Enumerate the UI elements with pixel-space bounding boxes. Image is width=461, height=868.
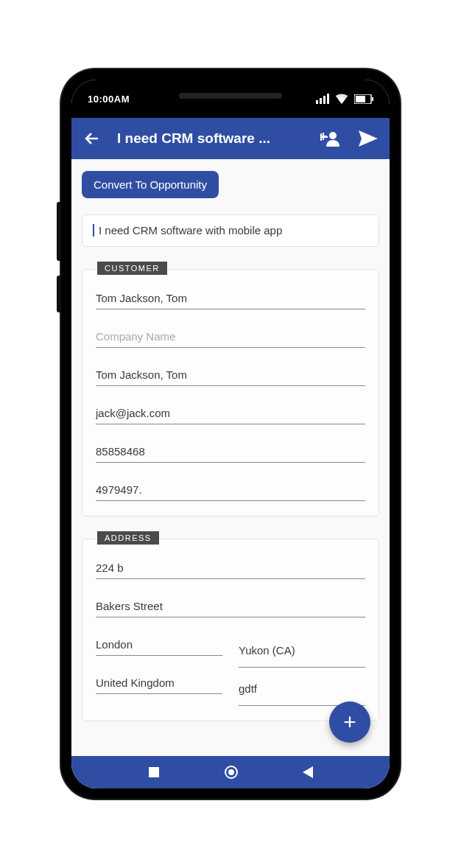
email-field[interactable] [96, 402, 365, 424]
send-button[interactable] [356, 127, 381, 150]
phone-field-2[interactable] [96, 479, 365, 501]
svg-rect-1 [320, 98, 322, 104]
svg-rect-6 [372, 97, 373, 101]
back-button[interactable] [80, 127, 104, 150]
add-fab[interactable]: + [329, 701, 370, 743]
address-section-label: ADDRESS [97, 531, 159, 545]
company-name-field[interactable] [96, 326, 365, 348]
lead-title-input[interactable] [93, 224, 368, 237]
svg-rect-5 [356, 96, 365, 102]
city-field[interactable] [96, 634, 222, 656]
volume-button-2 [57, 276, 61, 312]
status-icons [316, 94, 373, 104]
state-field[interactable] [239, 634, 365, 668]
arrow-left-icon [83, 130, 101, 147]
screen: 10:00AM [71, 80, 390, 788]
svg-rect-3 [327, 94, 329, 104]
square-icon [148, 766, 160, 778]
battery-icon [354, 94, 373, 104]
status-bar: 10:00AM [71, 80, 390, 118]
svg-rect-0 [316, 100, 318, 104]
svg-rect-13 [320, 136, 327, 137]
person-add-icon [320, 130, 339, 147]
triangle-left-icon [303, 766, 313, 778]
volume-button [57, 202, 61, 261]
wifi-icon [335, 94, 348, 104]
customer-contact-field-2[interactable] [96, 364, 365, 386]
customer-section-label: CUSTOMER [97, 262, 167, 275]
address-line1-field[interactable] [96, 557, 365, 579]
svg-point-16 [228, 769, 234, 775]
country-field[interactable] [96, 672, 222, 694]
title-field-wrap [82, 214, 379, 247]
android-nav-bar [71, 756, 390, 788]
svg-rect-2 [323, 96, 325, 104]
status-time: 10:00AM [88, 94, 130, 105]
svg-rect-14 [149, 767, 159, 777]
nav-home-button[interactable] [224, 765, 239, 780]
app-bar: I need CRM software ... [71, 118, 390, 159]
svg-point-11 [329, 132, 337, 139]
zip-field[interactable] [239, 672, 365, 706]
phone-field-1[interactable] [96, 441, 365, 463]
add-person-button[interactable] [317, 127, 342, 150]
page-title: I need CRM software ... [117, 130, 304, 147]
send-icon [359, 130, 378, 147]
circle-icon [224, 765, 239, 780]
phone-frame: 10:00AM [61, 69, 400, 799]
content-scroll[interactable]: Convert To Opportunity CUSTOMER ADDRESS [71, 159, 390, 756]
convert-opportunity-button[interactable]: Convert To Opportunity [82, 171, 219, 198]
nav-back-button[interactable] [303, 766, 313, 778]
customer-section: CUSTOMER [82, 269, 379, 517]
customer-contact-field-1[interactable] [96, 287, 365, 309]
signal-icon [316, 94, 329, 104]
address-line2-field[interactable] [96, 595, 365, 617]
speaker-grille [179, 93, 282, 99]
address-section: ADDRESS [82, 539, 379, 721]
plus-icon: + [343, 710, 356, 735]
nav-recent-button[interactable] [148, 766, 160, 778]
